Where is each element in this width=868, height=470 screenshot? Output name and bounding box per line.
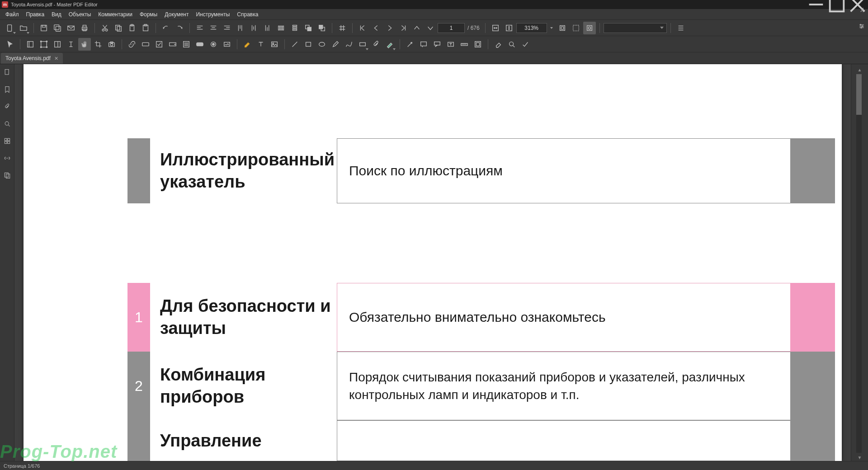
menu-document[interactable]: Документ <box>161 10 192 19</box>
attachment-tool-button[interactable] <box>370 38 382 51</box>
stamp-tool-button[interactable] <box>356 38 369 51</box>
bring-front-button[interactable] <box>302 22 315 34</box>
button-field-button[interactable] <box>193 38 206 51</box>
line-tool-button[interactable] <box>288 38 301 51</box>
highlight-tool-button[interactable] <box>241 38 254 51</box>
layers-panel-button[interactable] <box>2 170 13 181</box>
hand-tool-button[interactable] <box>78 38 91 51</box>
align-center-button[interactable] <box>207 22 220 34</box>
menu-comments[interactable]: Комментарии <box>94 10 136 19</box>
align-right-button[interactable] <box>221 22 233 34</box>
last-page-button[interactable] <box>397 22 410 34</box>
pointer-tool-button[interactable] <box>4 38 16 51</box>
zoom-input[interactable] <box>516 23 547 33</box>
text-field-button[interactable] <box>139 38 152 51</box>
print-button[interactable] <box>78 22 91 34</box>
links-panel-button[interactable] <box>2 153 13 164</box>
link-tool-button[interactable] <box>126 38 138 51</box>
scroll-down-button[interactable]: ▼ <box>856 454 863 461</box>
search-panel-button[interactable] <box>2 118 13 129</box>
new-file-button[interactable] <box>4 22 16 34</box>
undo-button[interactable] <box>160 22 172 34</box>
crop-tool-button[interactable] <box>92 38 104 51</box>
callout-tool-button[interactable] <box>431 38 443 51</box>
properties-panel-button[interactable] <box>856 21 867 32</box>
copy-button[interactable] <box>112 22 125 34</box>
distribute-v-button[interactable] <box>288 22 301 34</box>
minimize-button[interactable] <box>806 0 826 9</box>
scrollbar-track[interactable] <box>856 74 862 453</box>
maximize-button[interactable] <box>826 0 847 9</box>
menu-tools[interactable]: Инструменты <box>192 10 233 19</box>
thumbnails-panel-button[interactable] <box>2 67 13 78</box>
distribute-h-button[interactable] <box>275 22 288 34</box>
check-tool-button[interactable] <box>519 38 532 51</box>
menu-file[interactable]: Файл <box>2 10 23 19</box>
scroll-up-button[interactable]: ▲ <box>856 66 863 73</box>
first-page-button[interactable] <box>356 22 369 34</box>
actual-size-button[interactable] <box>556 22 569 34</box>
send-back-button[interactable] <box>316 22 328 34</box>
clipboard-button[interactable] <box>139 22 152 34</box>
paste-button[interactable] <box>126 22 138 34</box>
close-tab-icon[interactable]: ✕ <box>54 56 58 61</box>
search-combo[interactable] <box>604 23 667 33</box>
eraser-tool-button[interactable] <box>492 38 505 51</box>
document-viewport[interactable]: Иллюстрированный указатель Поиск по иллю… <box>14 64 851 461</box>
fit-page-button[interactable] <box>503 22 515 34</box>
page-down-button[interactable] <box>424 22 437 34</box>
pencil-tool-button[interactable] <box>329 38 342 51</box>
outline-button[interactable] <box>675 22 687 34</box>
curve-tool-button[interactable] <box>343 38 355 51</box>
sticky-note-button[interactable] <box>417 38 430 51</box>
align-bottom-button[interactable] <box>261 22 274 34</box>
select-text-tool-button[interactable] <box>65 38 77 51</box>
text-tool-button[interactable] <box>255 38 267 51</box>
menu-view[interactable]: Вид <box>48 10 65 19</box>
menu-edit[interactable]: Правка <box>23 10 48 19</box>
marquee-zoom-button[interactable] <box>570 22 582 34</box>
redo-button[interactable] <box>173 22 186 34</box>
scrollbar-thumb[interactable] <box>856 74 862 115</box>
zoom-tool-button[interactable] <box>505 38 518 51</box>
align-middle-button[interactable] <box>248 22 260 34</box>
snapshot-tool-button[interactable] <box>105 38 118 51</box>
save-button[interactable] <box>38 22 50 34</box>
list-field-button[interactable] <box>180 38 193 51</box>
page-number-input[interactable] <box>438 23 465 33</box>
edit-form-tool-button[interactable] <box>51 38 64 51</box>
document-tab[interactable]: Toyota Avensis.pdf ✕ <box>1 53 63 64</box>
rect-tool-button[interactable] <box>302 38 315 51</box>
image-tool-button[interactable] <box>268 38 281 51</box>
signature-field-button[interactable] <box>221 38 233 51</box>
collapse-panel-button[interactable] <box>856 5 867 15</box>
menu-objects[interactable]: Объекты <box>65 10 95 19</box>
align-left-button[interactable] <box>193 22 206 34</box>
menu-forms[interactable]: Формы <box>136 10 161 19</box>
zoom-dropdown-button[interactable] <box>548 22 555 34</box>
select-zoom-button[interactable] <box>583 22 596 34</box>
cut-button[interactable] <box>99 22 111 34</box>
bookmarks-panel-button[interactable] <box>2 84 13 95</box>
page-up-button[interactable] <box>410 22 423 34</box>
attachments-panel-button[interactable] <box>2 101 13 112</box>
combo-field-button[interactable] <box>166 38 179 51</box>
text-box-tool-button[interactable] <box>444 38 457 51</box>
ellipse-tool-button[interactable] <box>316 38 328 51</box>
measure-tool-button[interactable] <box>458 38 471 51</box>
align-top-button[interactable] <box>234 22 247 34</box>
open-file-button[interactable] <box>17 22 30 34</box>
initials-tool-button[interactable] <box>472 38 484 51</box>
edit-object-tool-button[interactable] <box>38 38 50 51</box>
fit-width-button[interactable] <box>489 22 502 34</box>
menu-help[interactable]: Справка <box>233 10 262 19</box>
ink-tool-button[interactable] <box>383 38 396 51</box>
next-page-button[interactable] <box>383 22 396 34</box>
fields-panel-button[interactable] <box>2 136 13 146</box>
prev-page-button[interactable] <box>370 22 382 34</box>
radio-field-button[interactable] <box>207 38 220 51</box>
save-as-button[interactable] <box>51 22 64 34</box>
grid-button[interactable] <box>336 22 349 34</box>
arrow-tool-button[interactable] <box>404 38 416 51</box>
edit-text-tool-button[interactable] <box>24 38 37 51</box>
